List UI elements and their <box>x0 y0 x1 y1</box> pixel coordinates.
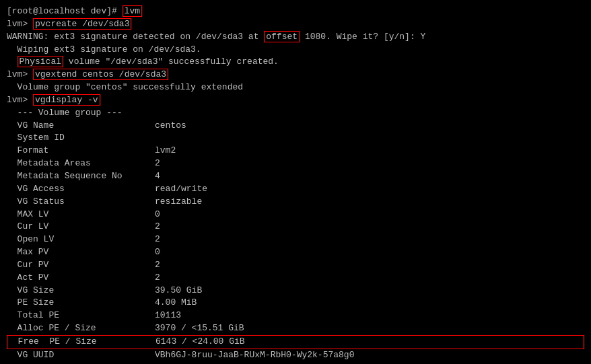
physical-vol-line: Physical volume "/dev/sda3" successfully… <box>7 56 584 69</box>
field-act-pv: Act PV2 <box>7 272 584 285</box>
pvcreate-line: lvm> pvcreate /dev/sda3 <box>7 18 584 31</box>
field-vg-access: VG Accessread/write <box>7 183 584 196</box>
terminal-container: [root@localhost dev]# lvm lvm> pvcreate … <box>7 5 584 362</box>
lvm-prompt-3: lvm> <box>7 95 33 105</box>
offset-highlight: offset <box>264 31 300 42</box>
cmd-vgdisplay: vgdisplay -v <box>33 94 100 106</box>
field-total-pe: Total PE10113 <box>7 310 584 322</box>
cmd-lvm: lvm <box>123 5 142 17</box>
field-alloc-pe: Alloc PE / Size3970 / <15.51 GiB <box>7 322 584 335</box>
field-metadata-areas: Metadata Areas2 <box>7 157 584 170</box>
field-vgname: VG Namecentos <box>7 120 584 133</box>
field-format: Formatlvm2 <box>7 145 584 157</box>
vg-header-line: --- Volume group --- <box>7 107 584 120</box>
vg-extended-line: Volume group "centos" successfully exten… <box>7 81 584 94</box>
field-vg-size: VG Size39.50 GiB <box>7 285 584 297</box>
field-max-pv: Max PV0 <box>7 246 584 259</box>
field-max-lv: MAX LV0 <box>7 209 584 221</box>
vgdisplay-line: lvm> vgdisplay -v <box>7 94 584 107</box>
field-cur-lv: Cur LV2 <box>7 221 584 233</box>
field-vg-uuid: VG UUIDVBh6GJ-8ruu-JaaB-RUxM-RbH0-Wy2k-5… <box>7 349 584 362</box>
vgextend-line: lvm> vgextend centos /dev/sda3 <box>7 69 584 81</box>
field-pe-size: PE Size4.00 MiB <box>7 297 584 310</box>
physical-text: Physical <box>18 56 63 67</box>
field-free-pe: Free PE / Size6143 / <24.00 GiB <box>7 335 584 349</box>
prompt-line-1: [root@localhost dev]# lvm <box>7 5 584 18</box>
lvm-prompt-1: lvm> <box>7 19 33 29</box>
prompt-1: [root@localhost dev]# <box>7 6 123 16</box>
warning-line: WARNING: ext3 signature detected on /dev… <box>7 31 584 44</box>
wiping-line: Wiping ext3 signature on /dev/sda3. <box>7 44 584 57</box>
field-systemid: System ID <box>7 132 584 145</box>
field-vg-status: VG Statusresizable <box>7 196 584 209</box>
field-cur-pv: Cur PV2 <box>7 259 584 272</box>
field-metadata-seq: Metadata Sequence No4 <box>7 170 584 183</box>
cmd-vgextend: vgextend centos /dev/sda3 <box>33 69 168 80</box>
field-open-lv: Open LV2 <box>7 233 584 246</box>
lvm-prompt-2: lvm> <box>7 69 33 79</box>
cmd-pvcreate: pvcreate /dev/sda3 <box>33 18 131 30</box>
